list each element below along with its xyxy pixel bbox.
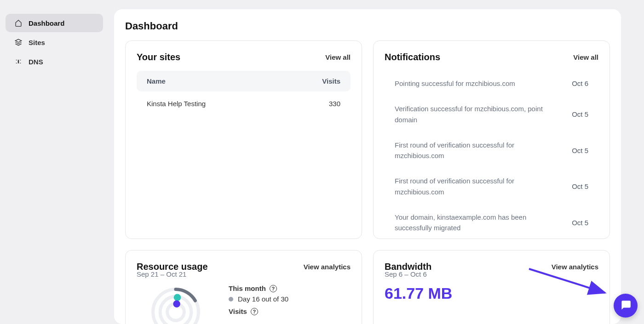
notification-item[interactable]: Your domain, kinstaexample.com has been …	[385, 205, 598, 241]
notification-message: Your domain, kinstaexample.com has been …	[395, 212, 563, 233]
notifications-title: Notifications	[385, 52, 440, 63]
col-name: Name	[147, 77, 166, 85]
notifications-view-all-link[interactable]: View all	[573, 53, 598, 61]
bandwidth-card: Bandwidth View analytics Sep 6 – Oct 6 6…	[373, 250, 610, 324]
resource-view-analytics-link[interactable]: View analytics	[304, 263, 351, 271]
site-visits: 330	[329, 100, 340, 108]
your-sites-view-all-link[interactable]: View all	[325, 53, 351, 61]
notification-message: First round of verification successful f…	[395, 176, 563, 197]
col-visits: Visits	[322, 77, 340, 85]
dns-icon	[14, 57, 23, 66]
bandwidth-view-analytics-link[interactable]: View analytics	[552, 263, 598, 271]
sidebar-item-label: Dashboard	[29, 19, 64, 27]
bandwidth-value: 61.77 MB	[385, 284, 598, 302]
svg-point-4	[173, 301, 180, 308]
page-title: Dashboard	[125, 20, 610, 32]
notification-date: Oct 5	[572, 110, 588, 118]
notification-date: Oct 5	[572, 182, 588, 190]
main-panel: Dashboard Your sites View all Name Visit…	[114, 9, 621, 324]
layers-icon	[14, 38, 23, 47]
bandwidth-date-range: Sep 6 – Oct 6	[385, 270, 598, 278]
chat-button[interactable]	[614, 294, 638, 318]
info-icon[interactable]: ?	[251, 308, 258, 315]
card-grid: Your sites View all Name Visits Kinsta H…	[125, 40, 610, 324]
svg-point-3	[174, 294, 181, 301]
site-row[interactable]: Kinsta Help Testing 330	[137, 91, 351, 116]
sidebar-item-sites[interactable]: Sites	[6, 33, 103, 51]
sites-table-header: Name Visits	[137, 71, 351, 91]
site-name: Kinsta Help Testing	[147, 100, 206, 108]
info-icon[interactable]: ?	[270, 285, 277, 292]
notification-date: Oct 5	[572, 219, 588, 227]
notification-message: First round of verification successful f…	[395, 140, 563, 161]
home-icon	[14, 18, 23, 28]
resource-usage-card: Resource usage View analytics Sep 21 – O…	[125, 250, 362, 324]
resource-date-range: Sep 21 – Oct 21	[137, 270, 351, 278]
notification-item[interactable]: First round of verification successful f…	[385, 132, 598, 169]
notification-item[interactable]: Pointing successful for mzchibious.com O…	[385, 71, 598, 96]
sidebar: Dashboard Sites DNS	[6, 14, 103, 72]
sidebar-item-label: Sites	[29, 39, 45, 46]
chat-icon	[620, 299, 632, 313]
legend-visits-label: Visits	[229, 307, 247, 315]
legend-day-label: Day 16 out of 30	[238, 295, 288, 303]
sidebar-item-label: DNS	[29, 58, 43, 66]
sidebar-item-dashboard[interactable]: Dashboard	[6, 14, 103, 32]
notification-item[interactable]: Verification successful for mzchibious.c…	[385, 96, 598, 132]
legend-dot-gray	[229, 297, 233, 301]
notifications-card: Notifications View all Pointing successf…	[373, 40, 610, 239]
notification-date: Oct 5	[572, 147, 588, 154]
notification-message: Verification successful for mzchibious.c…	[395, 103, 563, 125]
notification-message: Pointing successful for mzchibious.com	[395, 78, 563, 89]
resource-legend: This month ? Day 16 out of 30 Visits ?	[229, 284, 288, 324]
your-sites-title: Your sites	[137, 52, 180, 63]
your-sites-card: Your sites View all Name Visits Kinsta H…	[125, 40, 362, 239]
notification-date: Oct 6	[572, 80, 588, 87]
sidebar-item-dns[interactable]: DNS	[6, 52, 103, 71]
legend-month-label: This month	[229, 284, 266, 292]
notification-item[interactable]: First round of verification successful f…	[385, 168, 598, 205]
resource-donut-chart	[137, 284, 215, 324]
